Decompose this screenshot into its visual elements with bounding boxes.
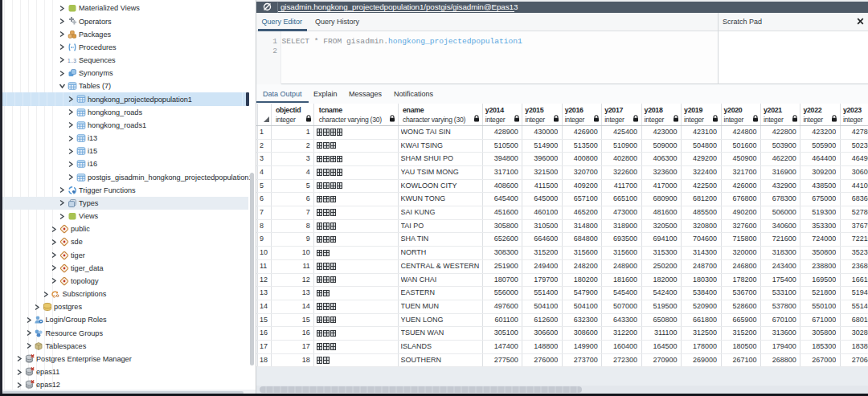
svg-text:1..3: 1..3 bbox=[68, 57, 76, 63]
